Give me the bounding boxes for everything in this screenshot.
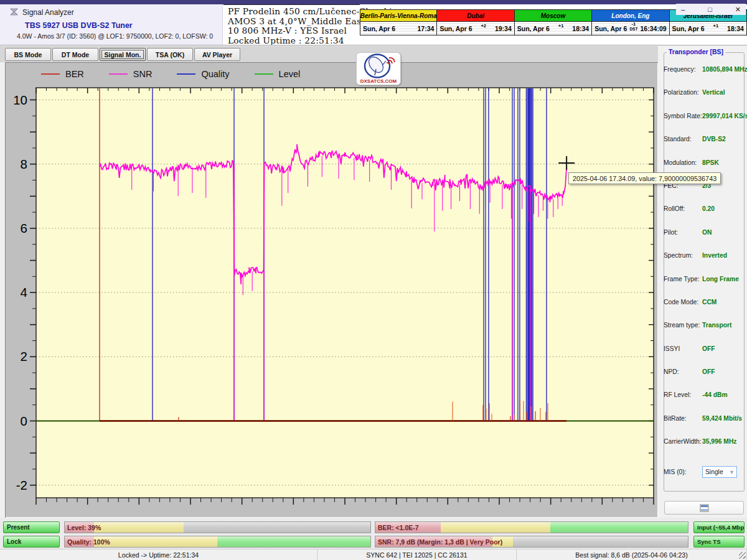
svg-text:10: 10 [13,93,27,107]
minimize-icon[interactable]: – [681,6,685,12]
statusbar-section: Locked -> Uptime: 22:51:34 [0,549,317,560]
tp-value: Inverted [702,252,727,259]
meter-row: LockQuality: 100%SNR: 7,9 dB (Margin: 1,… [3,536,745,548]
meter-bar: Level: 39% [64,521,371,533]
tp-value: DVB-S2 [702,136,726,142]
tp-label: Spectrum: [664,252,702,259]
clock-city: Berlin-Paris-Vienna-Roma [360,10,436,22]
svg-text:6: 6 [21,221,27,235]
tp-value: OFF [702,368,715,375]
header-left: Signal Analyzer TBS 5927 USB DVB-S2 Tune… [0,4,223,45]
legend-item: Quality [177,69,229,79]
transponder-row: Standard:DVB-S2 [664,135,740,158]
tab-strip: BS ModeDT ModeSignal Mon.TSA (OK)AV Play… [0,46,658,62]
statusbar-section: Best signal: 8,6 dB (2025-04-06 04:23) [517,549,747,560]
tp-value: 8PSK [702,159,719,166]
clock-time: Sun, Apr 6+219:34 [437,22,514,35]
meter-bar: BER: <1.0E-7 [375,521,688,533]
tp-value: 59,424 Mbit/s [702,415,742,422]
status-badge: Sync TS [693,536,745,548]
mis-row: MIS (0): Single ▼ [664,466,737,478]
meter-bar: SNR: 7,9 dB (Margin: 1,3 dB | Very Poor) [375,536,688,548]
tabs: BS ModeDT ModeSignal Mon.TSA (OK)AV Play… [5,48,240,61]
legend-swatch [177,73,195,75]
status-badge: Lock [3,536,60,548]
station-info-line: AMOS 3 at 4,0°W_Middle East beam [228,17,360,27]
chart-panel: BERSNRQualityLevel 1086420-2 [5,62,658,518]
meter-row: PresentLevel: 39%BER: <1.0E-7Input (~55,… [3,521,745,533]
tp-value: 29997,014 KS/s [702,113,747,119]
tp-label: Pilot: [664,229,702,236]
meter-bar: Quality: 100% [64,536,371,548]
status-badge: Input (~55,4 Mbps) [693,521,745,533]
meter-label: Quality: 100% [67,536,110,547]
tab-bs-mode[interactable]: BS Mode [5,48,51,61]
tab-av-player[interactable]: AV Player [194,48,240,61]
transponder-row: Pilot:ON [664,228,740,251]
svg-text:8: 8 [21,157,27,171]
legend-label: Level [279,69,301,79]
resize-grip[interactable] [739,552,746,559]
tp-label: Polarization: [664,89,702,96]
tp-label: Frequency: [664,66,702,73]
meter-segment [94,536,218,547]
transponder-row: ISSYIOFF [664,345,740,368]
tp-value: Transport [702,322,732,329]
transponder-row: Stream type:Transport [664,321,740,344]
transponder-row: Spectrum:Inverted [664,251,740,274]
transponder-panel: Transponder [BS] Frequency:10805,894 MHz… [658,46,747,518]
clock: MoscowSun, Apr 6+118:34 [515,9,592,35]
tp-label: Frame Type: [664,276,702,282]
clock: London, EngSun, Apr 6-1DST16:34:09 [592,9,669,35]
clock-time: Sun, Apr 617:34 [360,22,436,35]
tp-label: BitRate: [664,415,702,422]
transponder-rows: Frequency:10805,894 MHzPolarization:Vert… [664,65,740,461]
tp-label: Symbol Rate: [664,113,702,119]
statusbar-section: SYNC 642 | TEI 12025 | CC 26131 [317,549,517,560]
legend-label: SNR [133,69,153,79]
clock: DubaiSun, Apr 6+219:34 [437,9,514,35]
status-badge: Present [3,521,60,533]
signal-chart[interactable]: 1086420-2 [5,62,658,518]
tuner-title: TBS 5927 USB DVB-S2 Tuner [25,21,133,30]
legend-swatch [255,73,273,75]
tab-dt-mode[interactable]: DT Mode [52,48,98,61]
tp-label: CarrierWidth: [664,438,702,445]
stream-list-button[interactable] [664,501,744,515]
close-icon[interactable]: ✕ [735,6,741,12]
clock-time: Sun, Apr 6-1DST16:34:09 [592,22,669,35]
transponder-row: Code Mode:CCM [664,298,740,321]
meter-segment [218,536,371,547]
window-title: Signal Analyzer [22,8,74,17]
transponder-row: Polarization:Vertical [664,88,740,111]
transponder-row: Frequency:10805,894 MHz [664,65,740,88]
maximize-icon[interactable]: □ [708,6,712,12]
tab-tsa-ok-[interactable]: TSA (OK) [147,48,193,61]
window-controls: – □ ✕ [676,4,746,15]
meter-segment [441,522,550,533]
tp-label: Modulation: [664,159,702,166]
clock-city: London, Eng [592,10,669,22]
tuner-subtitle: 4.0W - Amos 3/7 (ID: 3560) @ LOF1: 97500… [17,32,213,40]
chart-legend: BERSNRQualityLevel [41,67,300,81]
tab-signal-mon-[interactable]: Signal Mon. [100,48,146,61]
meter-segment [550,522,688,533]
mis-dropdown[interactable]: Single ▼ [702,466,737,478]
transponder-row: RF Level:-44 dBm [664,391,740,414]
tp-label: Stream type: [664,322,702,329]
tp-label: Standard: [664,136,702,142]
mis-value: Single [705,469,723,475]
clock-city: Moscow [515,10,591,22]
meter-segment [513,536,688,547]
tp-label: Code Mode: [664,299,702,306]
dxsatcs-logo: DXSATCS.COM [356,52,401,85]
legend-swatch [41,73,60,75]
tp-value: 10805,894 MHz [702,66,747,73]
transponder-row: FEC:2/3 [664,182,740,205]
legend-swatch [109,73,128,75]
legend-label: Quality [201,69,229,79]
tp-value: ON [702,229,712,236]
chevron-down-icon: ▼ [729,469,736,475]
meter-segment [184,522,370,533]
tp-label: RollOff: [664,205,702,212]
